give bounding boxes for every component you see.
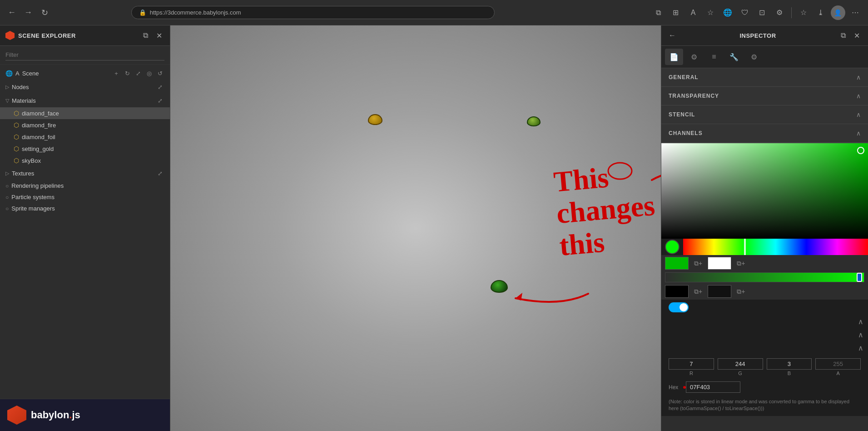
favorites-icon[interactable]: ☆	[703, 5, 718, 20]
debug-icon: ⚙	[691, 53, 697, 61]
hex-dot	[683, 386, 686, 389]
section-channels-toggle: ∧	[856, 130, 861, 137]
sync-scene-btn[interactable]: ↺	[155, 69, 164, 78]
section-transparency-title: TRANSPARENCY	[669, 93, 719, 99]
material-skybox[interactable]: ⬡ skyBox	[0, 155, 170, 166]
grid-icon[interactable]: ⊞	[669, 5, 683, 20]
chevron-up-2[interactable]: ∧	[857, 330, 864, 340]
babylon-hex-logo	[7, 406, 26, 425]
scene-item[interactable]: 🌐 A Scene + ↻ ⤢ ◎ ↺	[0, 66, 170, 80]
swatch-green[interactable]	[665, 257, 689, 270]
section-stencil[interactable]: STENCIL ∧	[661, 105, 868, 124]
material-icon-0: ⬡	[14, 110, 19, 117]
user-avatar[interactable]: 👤	[831, 5, 845, 20]
tab-manager-icon[interactable]: ⧉	[651, 5, 666, 20]
swatch-black2[interactable]	[708, 285, 731, 298]
expand-textures-btn[interactable]: ⤢	[155, 169, 164, 178]
copy-black1-btn[interactable]: ⧉+	[692, 287, 704, 296]
forward-button[interactable]: →	[22, 6, 35, 19]
b-input[interactable]	[767, 358, 812, 370]
add-scene-btn[interactable]: +	[112, 69, 121, 78]
tab-settings[interactable]: ⚙	[745, 49, 763, 65]
alpha-slider[interactable]	[665, 272, 864, 282]
material-icon-2: ⬡	[14, 133, 19, 140]
address-bar: 🔒 https://3dcommerce.babylonjs.com	[131, 6, 495, 19]
material-setting-gold[interactable]: ⬡ setting_gold	[0, 143, 170, 155]
r-input[interactable]	[669, 358, 714, 370]
copy-white-btn[interactable]: ⧉+	[735, 259, 747, 268]
collections-icon[interactable]: ☆	[796, 5, 811, 20]
refresh-scene-btn[interactable]: ↻	[123, 69, 132, 78]
sprite-label: Sprite managers	[11, 205, 55, 212]
chevron-up-1[interactable]: ∧	[857, 316, 864, 327]
section-general[interactable]: GENERAL ∧	[661, 68, 868, 87]
expand-scene-btn[interactable]: ⤢	[134, 69, 143, 78]
material-diamond-face[interactable]: ⬡ diamond_face	[0, 107, 170, 119]
inspector-close-button[interactable]: ✕	[852, 30, 863, 41]
particle-systems-item[interactable]: ○ Particle systems	[0, 191, 170, 203]
nodes-item[interactable]: ▷ Nodes ⤢	[0, 80, 170, 94]
swatch-black1[interactable]	[665, 285, 689, 298]
more-button[interactable]: ⋯	[848, 5, 863, 20]
hue-indicator	[744, 239, 746, 255]
swatch-white[interactable]	[708, 257, 731, 270]
sprite-icon: ○	[5, 205, 9, 212]
annotation-this: This changes this	[556, 162, 655, 258]
lock-icon: 🔒	[139, 9, 146, 16]
refresh-button[interactable]: ↻	[38, 6, 51, 19]
inspector-back-button[interactable]: ←	[667, 30, 678, 41]
hue-bar[interactable]	[683, 239, 868, 255]
toggle-switch[interactable]	[669, 302, 689, 312]
color-cursor	[857, 147, 864, 154]
section-channels[interactable]: CHANNELS ∧	[661, 124, 868, 143]
font-icon[interactable]: A	[686, 5, 700, 20]
filter-input[interactable]	[5, 50, 164, 60]
tab-properties[interactable]: 📄	[665, 49, 683, 65]
inspector-popout-button[interactable]: ⧉	[838, 30, 849, 41]
target-scene-btn[interactable]: ◎	[144, 69, 154, 78]
rendering-icon: ○	[5, 183, 9, 189]
sprite-managers-item[interactable]: ○ Sprite managers	[0, 203, 170, 214]
inspector-title: INSPECTOR	[739, 32, 776, 39]
settings-icon[interactable]: ⚙	[772, 5, 787, 20]
color-picker: ⧉+ ⧉+ ⧉+	[661, 143, 868, 416]
globe-icon[interactable]: 🌐	[720, 5, 735, 20]
chevron-up-3[interactable]: ∧	[857, 343, 864, 353]
close-button[interactable]: ✕	[154, 30, 164, 41]
back-button[interactable]: ←	[5, 6, 18, 19]
scanner-icon[interactable]: ⊡	[755, 5, 769, 20]
copy-black2-btn[interactable]: ⧉+	[735, 287, 747, 296]
shield-icon[interactable]: 🛡	[738, 5, 752, 20]
expand-materials-btn[interactable]: ⤢	[155, 96, 164, 105]
materials-item[interactable]: ▽ Materials ⤢	[0, 94, 170, 107]
main-content: SCENE EXPLORER ⧉ ✕ 🌐 A Scene + ↻ ⤢ ◎	[0, 25, 868, 431]
tab-list[interactable]: ≡	[705, 49, 723, 65]
g-input[interactable]	[718, 358, 763, 370]
tab-debug[interactable]: ⚙	[685, 49, 703, 65]
settings-icon2: ⚙	[751, 53, 757, 61]
hex-input[interactable]	[686, 381, 740, 393]
babylon-word: babylon	[31, 409, 69, 421]
a-input[interactable]	[815, 358, 861, 370]
downloads-icon[interactable]: ⤓	[813, 5, 828, 20]
section-transparency-toggle: ∧	[856, 92, 861, 100]
tab-tools[interactable]: 🔧	[725, 49, 743, 65]
expand-nodes-btn[interactable]: ⤢	[155, 82, 164, 91]
material-diamond-fire[interactable]: ⬡ diamond_fire	[0, 119, 170, 131]
url-text[interactable]: https://3dcommerce.babylonjs.com	[150, 9, 241, 16]
textures-item[interactable]: ▷ Textures ⤢	[0, 166, 170, 180]
section-channels-title: CHANNELS	[669, 130, 703, 136]
copy-green-btn[interactable]: ⧉+	[692, 259, 704, 268]
material-diamond-foil[interactable]: ⬡ diamond_foil	[0, 131, 170, 143]
rendering-pipelines-item[interactable]: ○ Rendering pipelines	[0, 180, 170, 191]
popout-button[interactable]: ⧉	[140, 30, 151, 41]
separator	[791, 7, 792, 18]
sat-value-gradient[interactable]	[661, 143, 868, 239]
collapse-row-2: ∧	[665, 328, 864, 341]
color-sat-value-area[interactable]	[661, 143, 868, 239]
inspector-header: ← INSPECTOR ⧉ ✕	[661, 25, 868, 46]
section-transparency[interactable]: TRANSPARENCY ∧	[661, 87, 868, 105]
material-name-1: diamond_fire	[22, 122, 56, 129]
scene-actions: + ↻ ⤢ ◎ ↺	[112, 69, 164, 78]
collapse-row-1: ∧	[665, 315, 864, 328]
